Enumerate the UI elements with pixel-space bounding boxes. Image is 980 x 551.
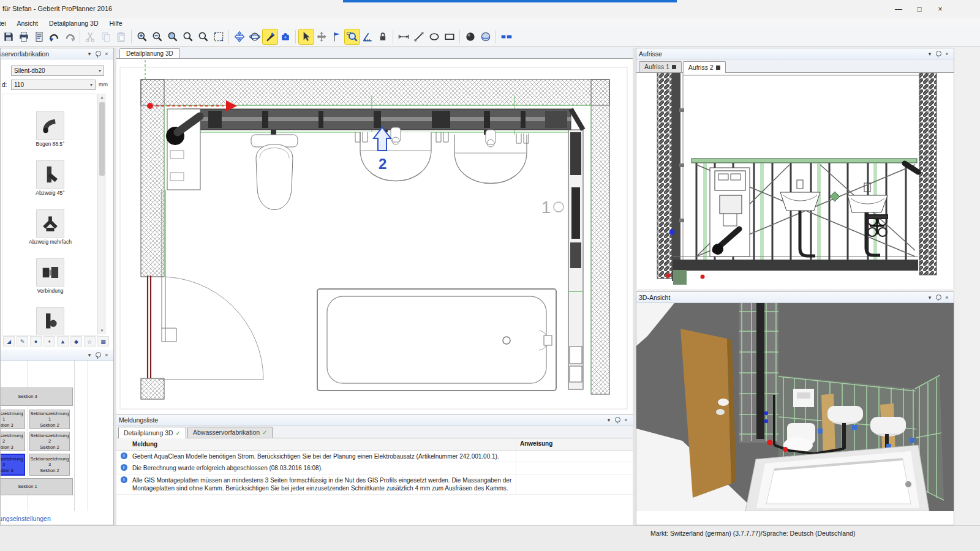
scroll-up-icon[interactable]: ▲ [98, 94, 106, 101]
report-icon[interactable] [32, 29, 47, 44]
message-row[interactable]: i Alle GIS Montageplatten müssen an mind… [116, 474, 633, 495]
filter-diamond-icon[interactable]: ◆ [70, 336, 82, 347]
filter-grid-icon[interactable]: ▦ [97, 336, 109, 347]
save-icon[interactable] [1, 29, 16, 44]
prefab-bars-icon[interactable] [499, 29, 514, 44]
filter-add-icon[interactable]: + [43, 336, 55, 347]
zoom-selection-icon[interactable] [345, 29, 360, 44]
move-icon[interactable] [314, 29, 329, 44]
dock-menu-icon[interactable]: ▾ [85, 351, 94, 359]
section-drawing-button[interactable]: Sektionszeichnung 2 Sektion 3 [1, 432, 25, 451]
close-tab-icon[interactable] [672, 65, 676, 69]
floor-plan-canvas[interactable]: 2 1 [116, 59, 633, 414]
calculation-settings-link[interactable]: Berechnungseinstellungen [1, 515, 51, 522]
pin-icon[interactable] [94, 351, 102, 359]
close-panel-icon[interactable]: × [102, 351, 111, 359]
message-tab-abwasservorfabrikation[interactable]: Abwasservorfabrikation ✓ [187, 427, 273, 438]
tab-detailplanung-3d[interactable]: Detailplanung 3D [119, 48, 180, 58]
measure-icon[interactable] [360, 29, 375, 44]
list-item-bogen[interactable]: Bogen 88.5° [13, 111, 87, 147]
menu-ansicht[interactable]: Ansicht [12, 20, 43, 27]
select-icon[interactable] [299, 29, 314, 44]
filter-dot-icon[interactable]: ● [30, 336, 42, 347]
zoom-extents-icon[interactable] [211, 29, 226, 44]
ellipse-icon[interactable] [427, 29, 442, 44]
close-button[interactable]: × [930, 0, 951, 18]
paste-icon[interactable] [114, 29, 129, 44]
pan-icon[interactable] [232, 29, 247, 44]
close-panel-icon[interactable]: × [943, 50, 951, 58]
filter-edit-icon[interactable]: ✎ [17, 336, 28, 347]
zoom-out-icon[interactable] [150, 29, 165, 44]
pin-icon[interactable] [613, 416, 622, 424]
tab-aufriss-2[interactable]: Aufriss 2 [683, 61, 726, 73]
list-item-abzweig45[interactable]: Abzweig 45° [13, 160, 87, 196]
section-drawing-button[interactable]: Sektionszeichnung 1 Sektion 2 [29, 410, 70, 429]
zoom-all-icon[interactable] [196, 29, 211, 44]
connect-icon[interactable] [278, 29, 293, 44]
elevation-canvas[interactable] [636, 73, 954, 289]
filter-tri-icon[interactable]: ▲ [57, 336, 69, 347]
dock-menu-icon[interactable]: ▾ [925, 50, 934, 58]
close-panel-icon[interactable]: × [102, 50, 111, 58]
minimize-button[interactable]: — [888, 0, 909, 18]
library-scrollbar[interactable]: ▲ ▼ [97, 94, 106, 334]
select-flag-icon[interactable] [330, 29, 344, 44]
pin-icon[interactable] [934, 293, 943, 301]
message-row[interactable]: i Geberit AquaClean Modelle benötigen St… [116, 451, 633, 463]
redline-icon[interactable] [263, 29, 277, 44]
zoom-previous-icon[interactable] [181, 29, 195, 44]
copy-icon[interactable] [99, 29, 113, 44]
menu-datei[interactable]: Datei [0, 20, 12, 27]
rectangle-icon[interactable] [442, 29, 457, 44]
cut-icon[interactable] [83, 29, 98, 44]
list-item-abzweig-mehrfach[interactable]: Abzweig mehrfach [13, 209, 87, 245]
column-meldung[interactable]: Meldung [131, 438, 516, 450]
message-tab-detailplanung[interactable]: Detailplanung 3D ✓ [118, 427, 186, 438]
print-icon[interactable] [17, 29, 31, 44]
close-panel-icon[interactable]: × [622, 416, 630, 424]
line-icon[interactable] [412, 29, 426, 44]
list-item-verbindung[interactable]: Verbindung [13, 258, 87, 294]
redo-icon[interactable] [62, 29, 77, 44]
info-icon: i [121, 476, 127, 483]
info-icon: i [121, 452, 127, 459]
column-anweisung[interactable]: Anweisung [516, 438, 633, 450]
menu-detailplanung[interactable]: Detailplanung 3D [43, 20, 104, 27]
render-3d-canvas[interactable]: Projekt Assistenten und Einstellungen 3D… [636, 303, 954, 511]
section-drawing-button[interactable]: Sektionszeichnung 2 Sektion 2 [29, 432, 70, 451]
view-3d-dark-icon[interactable] [463, 29, 478, 44]
close-panel-icon[interactable]: × [943, 293, 951, 301]
filter-wedge-icon[interactable]: ◢ [3, 336, 15, 347]
section-header-button[interactable]: Sektion 1 [1, 478, 73, 495]
dock-menu-icon[interactable]: ▾ [605, 416, 613, 424]
undo-icon[interactable] [47, 29, 62, 44]
view-3d-header: 3D-Ansicht ▾ × [636, 292, 954, 303]
pin-icon[interactable] [934, 50, 943, 58]
system-select[interactable]: Silent-db20 ▾ [11, 66, 104, 76]
dimension-icon[interactable] [396, 29, 411, 44]
orbit-icon[interactable] [247, 29, 262, 44]
scroll-thumb[interactable] [99, 102, 105, 176]
dock-menu-icon[interactable]: ▾ [925, 293, 934, 301]
tab-aufriss-1[interactable]: Aufriss 1 [639, 61, 682, 72]
lock-icon[interactable] [375, 29, 390, 44]
section-drawing-button-selected[interactable]: Sektionszeichnung 3 Sektion 3 [1, 454, 25, 476]
pipe-fitting-icon [36, 307, 64, 335]
dock-menu-icon[interactable]: ▾ [85, 50, 94, 58]
section-drawing-button[interactable]: Sektionszeichnung 1 Sektion 3 [1, 410, 25, 429]
section-header-button[interactable]: Sektion 3 [1, 388, 73, 406]
scroll-down-icon[interactable]: ▼ [98, 327, 106, 334]
menu-hilfe[interactable]: Hilfe [104, 20, 128, 27]
list-item-partial[interactable] [13, 307, 87, 335]
message-row[interactable]: i Die Berechnung wurde erfolgreich abges… [116, 462, 633, 474]
view-3d-light-icon[interactable] [478, 29, 493, 44]
pin-icon[interactable] [94, 50, 102, 58]
filter-home-icon[interactable]: ⌂ [84, 336, 96, 347]
maximize-button[interactable]: □ [909, 0, 930, 18]
diameter-select[interactable]: 110 ▾ [11, 80, 96, 90]
close-tab-icon[interactable] [716, 66, 720, 70]
zoom-window-icon[interactable] [165, 29, 180, 44]
zoom-in-icon[interactable] [135, 29, 149, 44]
section-drawing-button[interactable]: Sektionszeichnung 3 Sektion 2 [29, 454, 70, 476]
